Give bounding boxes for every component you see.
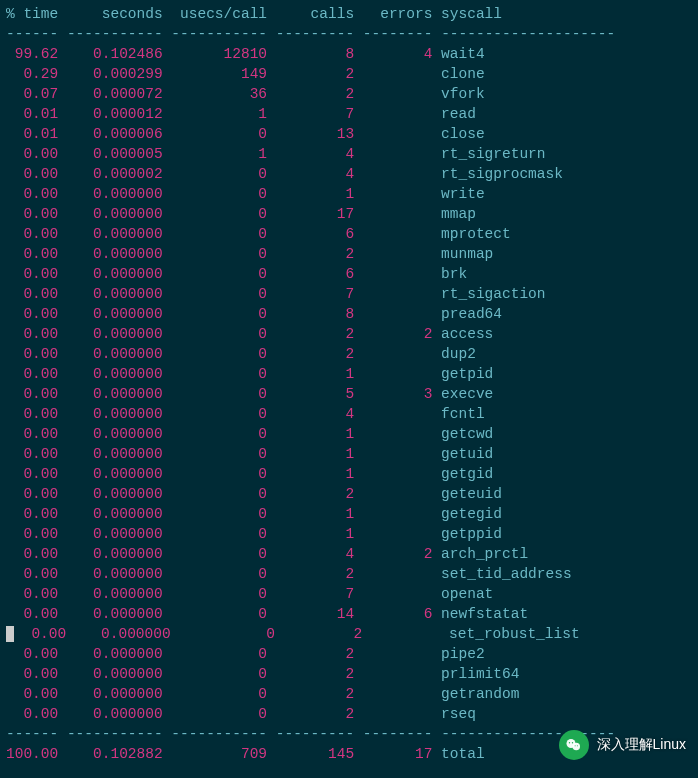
table-row: 0.00 0.000000 0 2 dup2 — [6, 344, 692, 364]
table-row: 0.00 0.000000 0 2 prlimit64 — [6, 664, 692, 684]
svg-point-2 — [568, 742, 569, 743]
table-row: 0.00 0.000000 0 2 set_robust_list — [6, 624, 692, 644]
table-row: 0.00 0.000000 0 7 openat — [6, 584, 692, 604]
table-row: 0.00 0.000000 0 7 rt_sigaction — [6, 284, 692, 304]
table-row: 99.62 0.102486 12810 8 4 wait4 — [6, 44, 692, 64]
table-row: 0.00 0.000000 0 2 geteuid — [6, 484, 692, 504]
table-row: 0.00 0.000000 0 5 3 execve — [6, 384, 692, 404]
table-row: 0.00 0.000000 0 6 brk — [6, 264, 692, 284]
table-row: 0.00 0.000000 0 1 getuid — [6, 444, 692, 464]
table-row: 0.01 0.000012 1 7 read — [6, 104, 692, 124]
watermark-text: 深入理解Linux — [597, 736, 686, 754]
table-row: 0.00 0.000000 0 1 write — [6, 184, 692, 204]
table-row: 0.00 0.000000 0 2 2 access — [6, 324, 692, 344]
table-row: 0.00 0.000000 0 2 rseq — [6, 704, 692, 724]
table-row: 0.29 0.000299 149 2 clone — [6, 64, 692, 84]
table-row: 0.07 0.000072 36 2 vfork — [6, 84, 692, 104]
table-row: 0.00 0.000000 0 2 set_tid_address — [6, 564, 692, 584]
table-row: 0.00 0.000000 0 8 pread64 — [6, 304, 692, 324]
table-row: 0.00 0.000000 0 2 munmap — [6, 244, 692, 264]
table-row: 0.00 0.000000 0 1 getgid — [6, 464, 692, 484]
svg-point-1 — [572, 743, 580, 751]
table-row: 0.00 0.000005 1 4 rt_sigreturn — [6, 144, 692, 164]
terminal-output: % time seconds usecs/call calls errors s… — [0, 0, 698, 768]
table-row: 0.00 0.000000 0 1 getppid — [6, 524, 692, 544]
wechat-icon — [559, 730, 589, 760]
svg-point-5 — [576, 745, 577, 746]
separator-row: ------ ----------- ----------- ---------… — [6, 24, 692, 44]
svg-point-3 — [571, 742, 572, 743]
table-row: 0.00 0.000000 0 1 getpid — [6, 364, 692, 384]
watermark: 深入理解Linux — [559, 730, 686, 760]
table-row: 0.00 0.000000 0 6 mprotect — [6, 224, 692, 244]
table-row: 0.00 0.000000 0 2 getrandom — [6, 684, 692, 704]
table-row: 0.00 0.000000 0 17 mmap — [6, 204, 692, 224]
table-row: 0.00 0.000000 0 14 6 newfstatat — [6, 604, 692, 624]
svg-point-4 — [574, 745, 575, 746]
terminal-cursor — [6, 626, 14, 642]
table-row: 0.00 0.000000 0 4 fcntl — [6, 404, 692, 424]
table-row: 0.00 0.000002 0 4 rt_sigprocmask — [6, 164, 692, 184]
table-row: 0.01 0.000006 0 13 close — [6, 124, 692, 144]
table-row: 0.00 0.000000 0 1 getegid — [6, 504, 692, 524]
table-row: 0.00 0.000000 0 4 2 arch_prctl — [6, 544, 692, 564]
table-row: 0.00 0.000000 0 1 getcwd — [6, 424, 692, 444]
header-row: % time seconds usecs/call calls errors s… — [6, 4, 692, 24]
table-row: 0.00 0.000000 0 2 pipe2 — [6, 644, 692, 664]
